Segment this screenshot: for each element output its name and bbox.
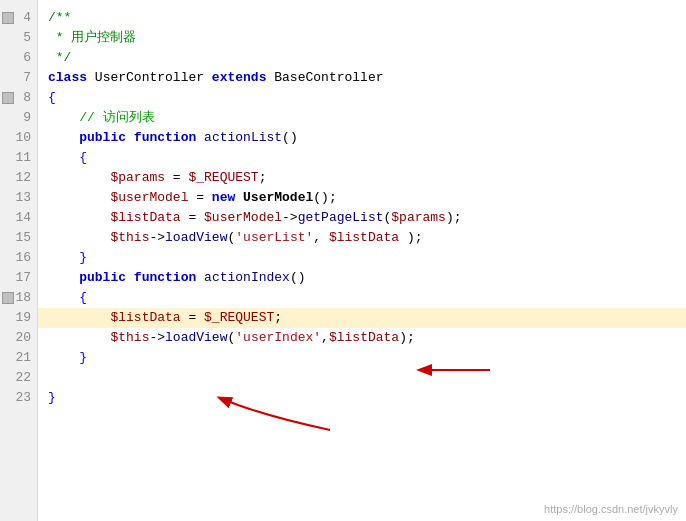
code-line-14: $listData = $userModel->getPageList($par…	[38, 208, 686, 228]
code-line-13: $userModel = new UserModel();	[38, 188, 686, 208]
line-num-15: 15	[0, 228, 37, 248]
line-num-22: 22	[0, 368, 37, 388]
watermark: https://blog.csdn.net/jvkyvly	[544, 503, 678, 515]
line-numbers: 4 5 6 7 8 9 10 11 12 13 14 15 16 17 18 1…	[0, 0, 38, 521]
code-line-11: {	[38, 148, 686, 168]
code-line-12: $params = $_REQUEST;	[38, 168, 686, 188]
code-line-9: // 访问列表	[38, 108, 686, 128]
line-num-20: 20	[0, 328, 37, 348]
code-line-23: }	[38, 388, 686, 408]
code-line-21: }	[38, 348, 686, 368]
line-num-7: 7	[0, 68, 37, 88]
code-lines: /** * 用户控制器 */ class UserController exte…	[38, 0, 686, 521]
code-line-7: class UserController extends BaseControl…	[38, 68, 686, 88]
code-line-22	[38, 368, 686, 388]
code-editor: 4 5 6 7 8 9 10 11 12 13 14 15 16 17 18 1…	[0, 0, 686, 521]
line-num-12: 12	[0, 168, 37, 188]
code-line-17: public function actionIndex()	[38, 268, 686, 288]
code-line-8: {	[38, 88, 686, 108]
line-num-5: 5	[0, 28, 37, 48]
code-line-18: {	[38, 288, 686, 308]
line-num-11: 11	[0, 148, 37, 168]
line-num-21: 21	[0, 348, 37, 368]
line-num-23: 23	[0, 388, 37, 408]
code-line-4: /**	[38, 8, 686, 28]
code-line-15: $this->loadView('userList', $listData );	[38, 228, 686, 248]
line-num-10: 10	[0, 128, 37, 148]
line-num-8: 8	[0, 88, 37, 108]
line-num-13: 13	[0, 188, 37, 208]
line-num-17: 17	[0, 268, 37, 288]
line-num-18: 18	[0, 288, 37, 308]
line-num-14: 14	[0, 208, 37, 228]
line-num-9: 9	[0, 108, 37, 128]
line-num-6: 6	[0, 48, 37, 68]
line-num-4: 4	[0, 8, 37, 28]
code-line-5: * 用户控制器	[38, 28, 686, 48]
line-num-16: 16	[0, 248, 37, 268]
code-line-20: $this->loadView('userIndex',$listData);	[38, 328, 686, 348]
code-line-6: */	[38, 48, 686, 68]
code-line-10: public function actionList()	[38, 128, 686, 148]
code-line-19: $listData = $_REQUEST;	[38, 308, 686, 328]
line-num-19: 19	[0, 308, 37, 328]
code-line-16: }	[38, 248, 686, 268]
